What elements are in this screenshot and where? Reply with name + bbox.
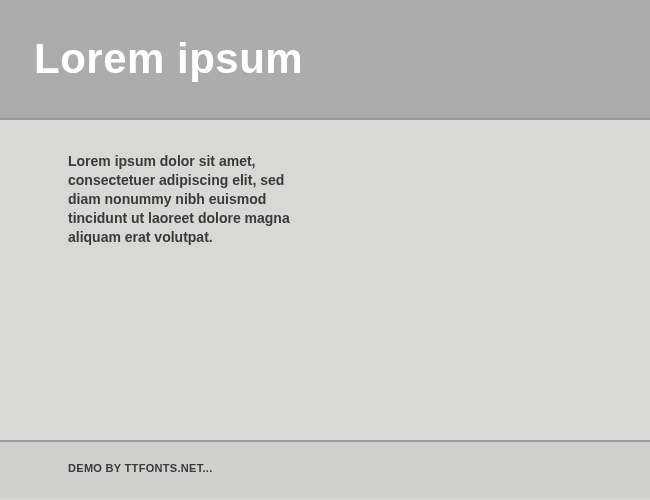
footer: DEMO BY TTFONTS.NET... (0, 442, 650, 498)
body-paragraph: Lorem ipsum dolor sit amet, consectetuer… (68, 152, 293, 246)
page-title: Lorem ipsum (34, 35, 303, 83)
header: Lorem ipsum (0, 0, 650, 120)
content-area: Lorem ipsum dolor sit amet, consectetuer… (0, 120, 650, 442)
footer-text: DEMO BY TTFONTS.NET... (68, 462, 650, 474)
